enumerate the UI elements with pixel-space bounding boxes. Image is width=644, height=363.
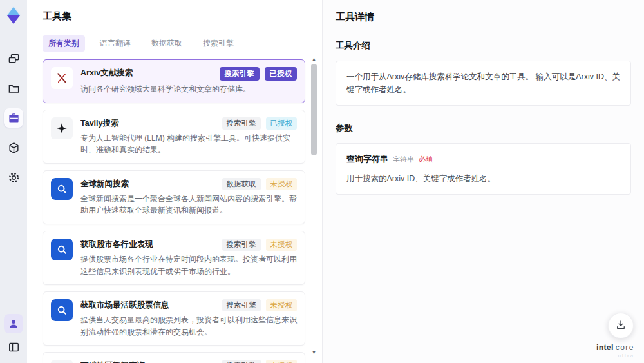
search-logo-icon xyxy=(51,299,73,321)
intro-heading: 工具介绍 xyxy=(336,40,631,52)
tool-card-header: 全球新闻搜索 数据获取 未授权 xyxy=(80,178,297,190)
tool-name: 万维地区新闻查询 xyxy=(80,360,145,363)
logo-gem-bottom xyxy=(7,15,20,24)
tab-search-engine[interactable]: 搜索引擎 xyxy=(197,35,240,52)
tool-details-panel: 工具详情 工具介绍 一个用于从Arxiv存储库搜索科学论文和文章的工具。 输入可… xyxy=(322,0,644,363)
scrollbar-down-arrow[interactable]: ▼ xyxy=(312,350,316,357)
tool-card[interactable]: 获取股市各行业表现 搜索引擎 未授权 提供股票市场各个行业在特定时间段内的表现。… xyxy=(43,231,305,285)
app-window: 工具集 所有类别 语言翻译 数据获取 搜索引擎 xyxy=(0,0,644,363)
scrollbar-track[interactable] xyxy=(311,63,317,350)
tool-icon xyxy=(51,178,73,200)
folder-icon xyxy=(8,83,20,95)
tool-card[interactable]: 全球新闻搜索 数据获取 未授权 全球新闻搜索是一个聚合全球各大新闻网站内容的搜索… xyxy=(43,170,305,224)
brand-core: core xyxy=(616,343,634,352)
logo-gem-top xyxy=(7,7,20,15)
tab-all-categories[interactable]: 所有类别 xyxy=(43,35,85,52)
sidebar xyxy=(0,0,27,363)
tool-tags: 搜索引擎 已授权 xyxy=(220,67,298,81)
tool-icon xyxy=(51,299,73,321)
sidebar-item-collapse[interactable] xyxy=(4,337,23,357)
panel-toggle-icon xyxy=(8,341,20,353)
tool-card-header: Arxiv文献搜索 搜索引擎 已授权 xyxy=(80,67,297,81)
list-scrollbar[interactable]: ▲ ▼ xyxy=(310,57,317,357)
cube-icon xyxy=(8,142,20,154)
page-title: 工具集 xyxy=(43,10,309,23)
category-tag: 搜索引擎 xyxy=(222,299,261,311)
sidebar-item-models[interactable] xyxy=(4,138,23,157)
category-tabs: 所有类别 语言翻译 数据获取 搜索引擎 xyxy=(43,35,309,52)
category-tag: 搜索引擎 xyxy=(222,239,261,251)
tool-tags: 数据获取 未授权 xyxy=(222,178,298,190)
tool-description: 全球新闻搜索是一个聚合全球各大新闻网站内容的搜索引擎。帮助用户快速获取全球最新资… xyxy=(80,193,297,217)
tool-card-header: 万维地区新闻查询 搜索引擎 未授权 xyxy=(80,360,297,363)
search-logo-icon xyxy=(51,178,73,200)
tool-card-header: 获取股市各行业表现 搜索引擎 未授权 xyxy=(80,239,297,251)
tool-icon xyxy=(51,117,73,139)
tool-description: 提供当天交易量最高的股票列表，投资者可以利用这些信息来识别流动性强的股票和潜在的… xyxy=(80,314,297,338)
sidebar-bottom-group xyxy=(4,314,23,363)
scrollbar-up-arrow[interactable]: ▲ xyxy=(312,57,316,63)
param-required-badge: 必填 xyxy=(419,155,433,163)
tab-language-translation[interactable]: 语言翻译 xyxy=(94,35,137,52)
tool-card-list: Arxiv文献搜索 搜索引擎 已授权 访问各个研究领域大量科学论文和文章的存储库… xyxy=(43,59,305,363)
tool-card[interactable]: 获取市场最活跃股票信息 搜索引擎 未授权 提供当天交易量最高的股票列表，投资者可… xyxy=(43,291,305,346)
intro-text: 一个用于从Arxiv存储库搜索科学论文和文章的工具。 输入可以是Arxiv ID… xyxy=(346,72,620,94)
brand-intel: intel xyxy=(596,343,614,352)
tool-tags: 搜索引擎 未授权 xyxy=(222,299,298,311)
intel-core-logo: intelcore ultra xyxy=(596,341,634,359)
tool-name: 获取市场最活跃股票信息 xyxy=(80,299,169,311)
tavily-icon xyxy=(51,117,73,139)
sidebar-item-account[interactable] xyxy=(4,314,23,333)
auth-status-badge: 已授权 xyxy=(266,117,298,130)
intro-box: 一个用于从Arxiv存储库搜索科学论文和文章的工具。 输入可以是Arxiv ID… xyxy=(336,61,631,106)
tool-card[interactable]: Arxiv文献搜索 搜索引擎 已授权 访问各个研究领域大量科学论文和文章的存储库… xyxy=(43,59,305,103)
tab-data-acquisition[interactable]: 数据获取 xyxy=(146,35,188,52)
tool-icon xyxy=(51,239,73,260)
scrollbar-thumb[interactable] xyxy=(311,64,317,155)
toolbox-icon xyxy=(8,112,20,124)
sidebar-item-settings[interactable] xyxy=(4,168,23,187)
tool-tags: 搜索引擎 已授权 xyxy=(222,117,298,130)
tool-tags: 搜索引擎 未授权 xyxy=(222,239,298,251)
tool-card-header: 获取市场最活跃股票信息 搜索引擎 未授权 xyxy=(80,299,297,311)
gear-icon xyxy=(8,172,20,184)
tool-card[interactable]: Tavily搜索 搜索引擎 已授权 专为人工智能代理 (LLM) 构建的搜索引擎… xyxy=(43,110,305,164)
tool-name: Tavily搜索 xyxy=(80,117,119,129)
arxiv-icon xyxy=(51,67,73,89)
tool-name: 获取股市各行业表现 xyxy=(80,239,153,250)
auth-status-badge: 已授权 xyxy=(265,67,298,81)
auth-status-badge: 未授权 xyxy=(266,299,298,311)
tool-description: 提供股票市场各个行业在特定时间段内的表现。投资者可以利用这些信息来识别表现优于或… xyxy=(80,253,297,277)
sidebar-item-files[interactable] xyxy=(4,79,23,98)
sidebar-item-chat[interactable] xyxy=(4,49,23,68)
user-icon xyxy=(8,318,19,329)
category-tag: 搜索引擎 xyxy=(222,117,261,130)
tool-list-panel: 工具集 所有类别 语言翻译 数据获取 搜索引擎 xyxy=(27,0,322,363)
auth-status-badge: 未授权 xyxy=(266,178,298,190)
tool-card-body: 获取股市各行业表现 搜索引擎 未授权 提供股票市场各个行业在特定时间段内的表现。… xyxy=(80,239,297,277)
param-name: 查询字符串 xyxy=(346,154,388,164)
tool-card-body: 全球新闻搜索 数据获取 未授权 全球新闻搜索是一个聚合全球各大新闻网站内容的搜索… xyxy=(80,178,297,217)
tool-name: 全球新闻搜索 xyxy=(80,178,129,190)
news-icon xyxy=(51,360,73,363)
tool-icon xyxy=(51,360,73,363)
tool-description: 访问各个研究领域大量科学论文和文章的存储库。 xyxy=(80,83,297,95)
tool-card-header: Tavily搜索 搜索引擎 已授权 xyxy=(80,117,297,130)
params-heading: 参数 xyxy=(336,123,631,134)
tool-tags: 搜索引擎 未授权 xyxy=(222,360,298,363)
download-icon xyxy=(615,319,627,333)
auth-status-badge: 未授权 xyxy=(266,239,298,251)
param-description: 用于搜索的Arxiv ID、关键字或作者姓名。 xyxy=(346,172,620,185)
category-tag: 搜索引擎 xyxy=(220,67,260,81)
category-tag: 数据获取 xyxy=(222,178,261,190)
download-button[interactable] xyxy=(608,313,634,338)
param-header: 查询字符串字符串必填 xyxy=(346,153,620,166)
tool-card-body: Tavily搜索 搜索引擎 已授权 专为人工智能代理 (LLM) 构建的搜索引擎… xyxy=(80,117,297,156)
param-type: 字符串 xyxy=(393,155,414,163)
tool-card-body: 获取市场最活跃股票信息 搜索引擎 未授权 提供当天交易量最高的股票列表，投资者可… xyxy=(80,299,297,338)
tool-name: Arxiv文献搜索 xyxy=(80,67,133,79)
app-logo xyxy=(4,6,23,25)
tool-card[interactable]: 万维地区新闻查询 搜索引擎 未授权 查询具体行政区划内的新闻，快速了解各地新闻动 xyxy=(43,352,305,363)
sidebar-item-tools[interactable] xyxy=(4,108,23,128)
chat-icon xyxy=(8,53,20,65)
